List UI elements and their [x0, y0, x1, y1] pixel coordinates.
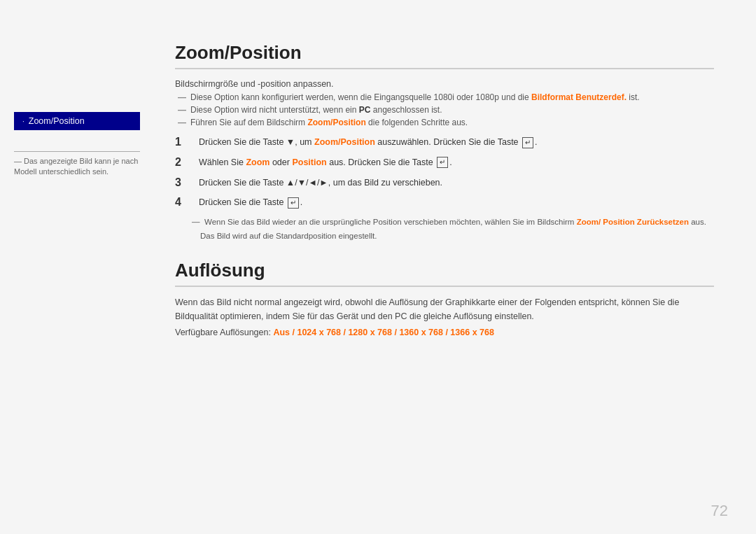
section-zoom-position: Zoom/Position Bildschirmgröße und -posit…: [175, 42, 714, 240]
section2-text: Wenn das Bild nicht normal angezeigt wir…: [175, 295, 714, 323]
note3-dash: ―: [178, 118, 186, 127]
note1-dash: ―: [178, 92, 186, 102]
note2-text: Diese Option wird nicht unterstützt, wen…: [190, 105, 442, 115]
step-3-number: 3: [175, 176, 195, 189]
sidebar-divider: [14, 151, 140, 152]
note3: ― Führen Sie auf dem Bildschirm Zoom/Pos…: [175, 118, 714, 127]
note2: ― Diese Option wird nicht unterstützt, w…: [175, 105, 714, 115]
step-2-number: 2: [175, 156, 195, 169]
note2-dash: ―: [178, 105, 186, 115]
sidebar-bullet: ·: [22, 118, 24, 125]
note1: ― Diese Option kann konfiguriert werden,…: [175, 92, 714, 102]
step-list: 1 Drücken Sie die Taste ▼, um Zoom/Posit…: [175, 136, 714, 209]
sub-note-text: Wenn Sie das Bild wieder an die ursprüng…: [204, 218, 706, 226]
step-1: 1 Drücken Sie die Taste ▼, um Zoom/Posit…: [175, 136, 714, 149]
sidebar: · Zoom/Position ― Das angezeigte Bild ka…: [0, 0, 147, 534]
step-1-text: Drücken Sie die Taste ▼, um Zoom/Positio…: [199, 136, 714, 149]
step-3-text: Drücken Sie die Taste ▲/▼/◄/►, um das Bi…: [199, 176, 714, 190]
section2-title: Auflösung: [175, 260, 714, 287]
step-1-number: 1: [175, 136, 195, 148]
sub-note: ― Wenn Sie das Bild wieder an die ursprü…: [192, 218, 714, 226]
page-container: · Zoom/Position ― Das angezeigte Bild ka…: [0, 0, 756, 534]
step-4-number: 4: [175, 196, 195, 209]
note3-text: Führen Sie auf dem Bildschirm Zoom/Posit…: [190, 118, 468, 127]
enter-icon-4: ↵: [288, 197, 299, 209]
sidebar-note: ― Das angezeigte Bild kann je nach Model…: [14, 156, 140, 178]
note1-text: Diese Option kann konfiguriert werden, w…: [190, 92, 640, 102]
enter-icon-2: ↵: [437, 157, 448, 168]
enter-icon-1: ↵: [522, 137, 533, 148]
step-3: 3 Drücken Sie die Taste ▲/▼/◄/►, um das …: [175, 176, 714, 190]
sub-note-dash: ―: [192, 218, 200, 226]
sidebar-item-zoom-position[interactable]: · Zoom/Position: [14, 112, 140, 130]
resolutions: Verfügbare Auflösungen: Aus / 1024 x 768…: [175, 328, 714, 337]
sub-note-plain: Das Bild wird auf die Standardposition e…: [200, 232, 714, 240]
step-4: 4 Drücken Sie die Taste ↵.: [175, 196, 714, 209]
sidebar-item-label: Zoom/Position: [29, 116, 85, 126]
section1-title: Zoom/Position: [175, 42, 714, 69]
section-aufloesung: Auflösung Wenn das Bild nicht normal ang…: [175, 260, 714, 337]
main-content: Zoom/Position Bildschirmgröße und -posit…: [147, 0, 756, 534]
page-number: 72: [711, 502, 728, 520]
section1-subtitle: Bildschirmgröße und -position anpassen.: [175, 79, 714, 89]
step-2-text: Wählen Sie Zoom oder Position aus. Drück…: [199, 156, 714, 169]
step-4-text: Drücken Sie die Taste ↵.: [199, 196, 714, 209]
step-2: 2 Wählen Sie Zoom oder Position aus. Drü…: [175, 156, 714, 169]
